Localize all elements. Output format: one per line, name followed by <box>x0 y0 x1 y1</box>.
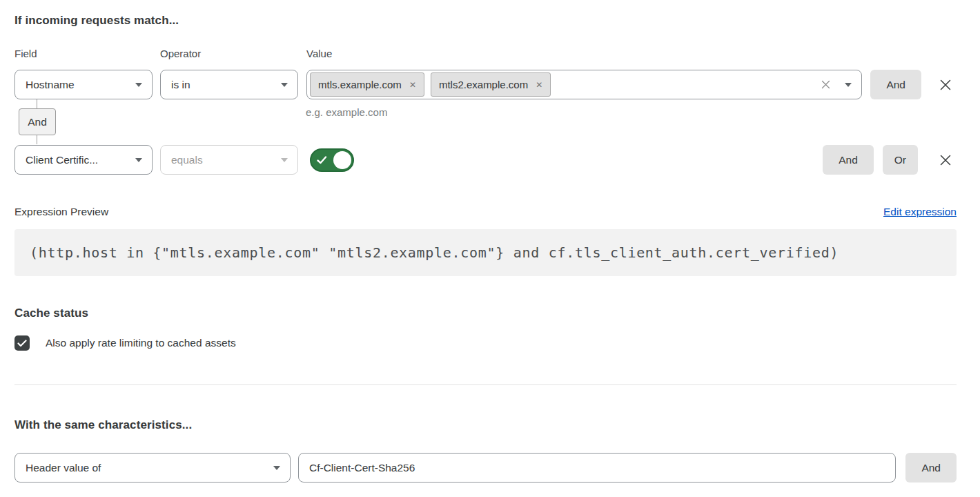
clear-values-icon[interactable] <box>821 79 831 90</box>
connector-and-button[interactable]: And <box>19 108 56 135</box>
operator-select-row2-value: equals <box>171 154 203 166</box>
cached-assets-checkbox-checked[interactable] <box>14 335 30 351</box>
check-icon <box>17 340 27 347</box>
add-and-condition-button-row1[interactable]: And <box>870 70 921 99</box>
multiselect-controls <box>821 79 852 90</box>
condition-row-2: Client Certific... equals And Or <box>14 145 957 175</box>
value-multiselect-row1[interactable]: mtls.example.com ✕ mtls2.example.com ✕ <box>306 70 862 99</box>
row-connector-band: e.g. example.com And <box>14 99 957 145</box>
field-select-row1[interactable]: Hostname <box>14 70 153 99</box>
characteristic-select-value: Header value of <box>26 462 101 474</box>
close-icon <box>938 153 953 168</box>
operator-select-row1-value: is in <box>171 79 190 91</box>
rule-builder-page: If incoming requests match... Field Oper… <box>0 0 980 483</box>
characteristics-row: Header value of And <box>14 453 957 483</box>
characteristic-select[interactable]: Header value of <box>14 453 291 483</box>
chevron-down-icon <box>281 158 288 162</box>
section-divider <box>14 384 957 385</box>
toggle-knob <box>333 151 351 169</box>
expression-preview-code: (http.host in {"mtls.example.com" "mtls2… <box>14 229 957 276</box>
chevron-down-icon[interactable] <box>845 83 852 87</box>
builder-column-labels: Field Operator Value <box>14 48 957 59</box>
value-tag-text: mtls2.example.com <box>439 79 528 90</box>
value-tag: mtls.example.com ✕ <box>310 72 424 97</box>
match-section-title: If incoming requests match... <box>14 14 957 28</box>
connector-line-bottom <box>37 135 37 144</box>
close-icon <box>938 77 953 92</box>
cache-status-title: Cache status <box>14 306 957 320</box>
expression-preview-header: Expression Preview Edit expression <box>14 206 957 218</box>
chevron-down-icon <box>273 466 280 470</box>
value-tag: mtls2.example.com ✕ <box>431 72 551 97</box>
value-tag-text: mtls.example.com <box>318 79 402 90</box>
chevron-down-icon <box>135 158 142 162</box>
cert-verified-toggle-on[interactable] <box>310 148 354 172</box>
remove-tag-icon[interactable]: ✕ <box>536 81 542 89</box>
add-or-condition-button-row2[interactable]: Or <box>883 145 918 175</box>
value-helper-text: e.g. example.com <box>306 106 387 118</box>
cache-status-checkbox-row: Also apply rate limiting to cached asset… <box>14 335 957 351</box>
connector-line-top <box>37 99 37 108</box>
header-name-input[interactable] <box>298 453 896 483</box>
remove-tag-icon[interactable]: ✕ <box>409 81 416 89</box>
add-and-condition-button-row2[interactable]: And <box>823 145 874 175</box>
expression-preview-label: Expression Preview <box>14 206 108 218</box>
field-select-row1-value: Hostname <box>26 79 75 91</box>
chevron-down-icon <box>135 83 142 87</box>
field-column-label: Field <box>14 48 160 59</box>
chevron-down-icon <box>281 83 288 87</box>
field-select-row2[interactable]: Client Certific... <box>14 145 153 175</box>
operator-column-label: Operator <box>160 48 306 59</box>
condition-connector: And <box>19 99 56 144</box>
check-icon <box>317 156 327 164</box>
value-column-label: Value <box>306 48 957 59</box>
edit-expression-link[interactable]: Edit expression <box>883 206 957 218</box>
operator-select-row1[interactable]: is in <box>160 70 298 99</box>
condition-row-1: Hostname is in mtls.example.com ✕ mtls2.… <box>14 70 957 99</box>
field-select-row2-value: Client Certific... <box>26 154 98 166</box>
add-characteristic-button[interactable]: And <box>905 453 957 483</box>
characteristics-title: With the same characteristics... <box>14 418 957 432</box>
remove-condition-button-row1[interactable] <box>934 74 957 96</box>
remove-condition-button-row2[interactable] <box>934 149 957 171</box>
cached-assets-checkbox-label: Also apply rate limiting to cached asset… <box>46 337 236 349</box>
operator-select-row2-disabled: equals <box>160 145 298 175</box>
